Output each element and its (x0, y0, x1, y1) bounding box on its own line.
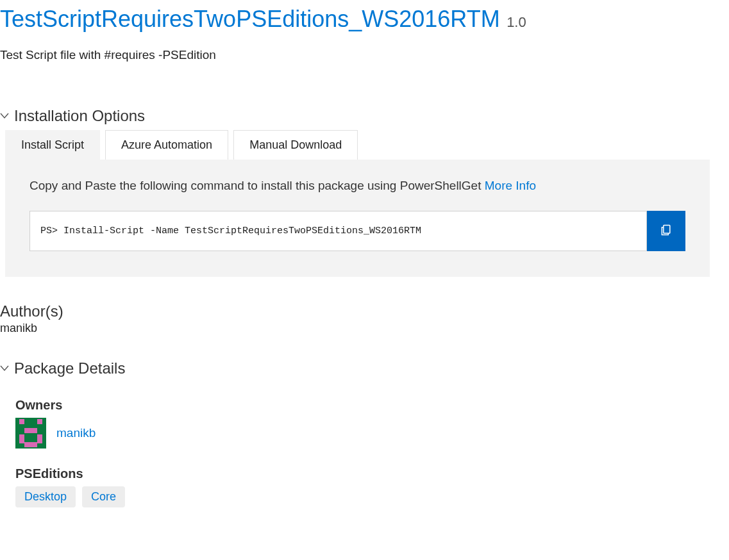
psedition-tag-desktop[interactable]: Desktop (15, 486, 76, 507)
installation-options-label: Installation Options (14, 107, 145, 125)
owner-avatar[interactable] (15, 418, 46, 449)
chevron-down-icon (0, 361, 12, 375)
package-details-label: Package Details (14, 359, 125, 377)
install-instruction: Copy and Paste the following command to … (29, 179, 685, 193)
more-info-link[interactable]: More Info (485, 179, 536, 192)
package-details-body: Owners manikb PSEditions Desktop Core (0, 383, 729, 507)
package-version: 1.0 (507, 14, 526, 30)
package-name[interactable]: TestScriptRequiresTwoPSEditions_WS2016RT… (0, 6, 500, 32)
pseditions-heading: PSEditions (15, 466, 729, 481)
install-command[interactable]: PS> Install-Script -Name TestScriptRequi… (29, 211, 647, 251)
package-title-row: TestScriptRequiresTwoPSEditions_WS2016RT… (0, 0, 729, 33)
owner-row: manikb (15, 418, 729, 449)
tab-azure-automation[interactable]: Azure Automation (105, 130, 228, 160)
chevron-down-icon (0, 109, 12, 122)
owners-heading: Owners (15, 398, 729, 413)
install-tabs: Install Script Azure Automation Manual D… (5, 130, 729, 160)
authors-block: Author(s) manikb (0, 302, 726, 335)
pseditions-tags: Desktop Core (15, 486, 729, 507)
package-details-header[interactable]: Package Details (0, 359, 726, 377)
copy-button[interactable] (647, 211, 685, 251)
tab-install-script-label: Install Script (21, 138, 84, 151)
command-row: PS> Install-Script -Name TestScriptRequi… (29, 211, 685, 251)
tab-azure-automation-label: Azure Automation (121, 138, 212, 151)
svg-rect-0 (664, 226, 670, 234)
install-panel: Copy and Paste the following command to … (5, 160, 710, 277)
copy-icon (660, 222, 673, 240)
authors-heading: Author(s) (0, 302, 726, 320)
installation-options-header[interactable]: Installation Options (0, 107, 726, 125)
tab-manual-download-label: Manual Download (249, 138, 342, 151)
install-instruction-text: Copy and Paste the following command to … (29, 179, 485, 192)
tab-install-script[interactable]: Install Script (5, 130, 100, 160)
tab-manual-download[interactable]: Manual Download (233, 130, 358, 160)
psedition-tag-core[interactable]: Core (82, 486, 125, 507)
owner-link[interactable]: manikb (56, 426, 96, 440)
authors-value: manikb (0, 322, 726, 335)
package-description: Test Script file with #requires -PSEditi… (0, 48, 726, 62)
